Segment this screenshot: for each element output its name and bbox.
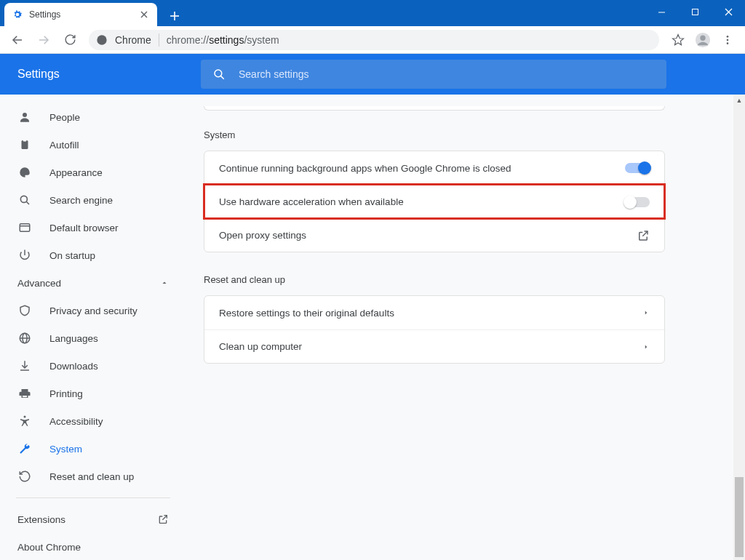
sidebar-item-reset[interactable]: Reset and clean up <box>0 463 186 490</box>
settings-content: System Continue running background apps … <box>186 95 745 560</box>
sidebar-section-advanced[interactable]: Advanced <box>0 269 186 297</box>
wrench-icon <box>17 441 32 456</box>
scrollbar-track[interactable] <box>733 106 745 548</box>
power-icon <box>17 248 32 263</box>
sidebar-item-label: Default browser <box>49 223 119 233</box>
sidebar-item-default-browser[interactable]: Default browser <box>0 214 186 241</box>
site-info-icon[interactable] <box>96 34 108 46</box>
kebab-menu-icon[interactable] <box>716 28 739 52</box>
setting-row-restore-defaults[interactable]: Restore settings to their original defau… <box>204 296 664 329</box>
sidebar-item-label: Privacy and security <box>49 305 138 316</box>
page-title: Settings <box>17 68 60 81</box>
window-maximize-button[interactable] <box>678 0 712 23</box>
window-minimize-button[interactable] <box>645 0 678 23</box>
previous-section-card <box>204 106 665 111</box>
sidebar-item-label: On startup <box>49 250 95 261</box>
sidebar-item-downloads[interactable]: Downloads <box>0 352 186 380</box>
settings-search-input[interactable] <box>239 68 655 80</box>
sidebar-item-label: Autofill <box>49 140 79 151</box>
sidebar-item-label: Printing <box>49 388 83 399</box>
window-close-button[interactable] <box>712 0 745 23</box>
accessibility-icon <box>17 414 32 428</box>
sidebar-item-about[interactable]: About Chrome <box>0 533 186 560</box>
settings-sidebar: People Autofill Appearance Search engine… <box>0 95 186 560</box>
svg-rect-21 <box>23 140 27 142</box>
reload-button[interactable] <box>58 28 81 52</box>
person-icon <box>17 110 32 124</box>
download-icon <box>17 359 32 373</box>
svg-point-15 <box>727 39 729 41</box>
back-button[interactable] <box>6 28 29 52</box>
sidebar-item-label: Downloads <box>49 361 98 372</box>
sidebar-item-extensions[interactable]: Extensions <box>0 505 186 533</box>
svg-point-19 <box>23 113 27 117</box>
settings-header: Settings <box>0 54 745 95</box>
toggle-switch[interactable] <box>625 197 650 207</box>
scrollbar-thumb[interactable] <box>735 477 744 557</box>
sidebar-item-label: System <box>49 444 82 455</box>
sidebar-item-languages[interactable]: Languages <box>0 324 186 352</box>
close-tab-icon[interactable] <box>138 9 150 20</box>
omnibox[interactable]: Chrome chrome://settings/system <box>89 30 659 50</box>
system-settings-card: Continue running background apps when Go… <box>204 151 665 252</box>
scrollbar[interactable]: ▲ ▼ <box>733 95 745 560</box>
setting-row-proxy[interactable]: Open proxy settings <box>204 218 664 252</box>
sidebar-item-autofill[interactable]: Autofill <box>0 131 186 159</box>
svg-point-14 <box>727 36 729 38</box>
svg-marker-11 <box>673 34 684 44</box>
sidebar-item-accessibility[interactable]: Accessibility <box>0 407 186 435</box>
external-link-icon <box>637 229 650 242</box>
omnibox-label: Chrome <box>115 34 151 46</box>
address-bar: Chrome chrome://settings/system <box>0 26 745 54</box>
svg-rect-1 <box>692 9 698 15</box>
setting-label: Open proxy settings <box>219 230 306 241</box>
gear-icon <box>12 9 23 20</box>
sidebar-section-label: Advanced <box>17 278 61 289</box>
svg-point-17 <box>215 70 222 77</box>
setting-label: Restore settings to their original defau… <box>219 308 394 319</box>
sidebar-item-on-startup[interactable]: On startup <box>0 241 186 269</box>
sidebar-item-people[interactable]: People <box>0 103 186 131</box>
section-title-system: System <box>204 129 665 140</box>
new-tab-button[interactable] <box>164 6 185 26</box>
sidebar-item-search-engine[interactable]: Search engine <box>0 186 186 214</box>
browser-tab[interactable]: Settings <box>4 3 157 26</box>
omnibox-url: chrome://settings/system <box>167 34 279 46</box>
sidebar-item-label: About Chrome <box>17 542 81 553</box>
forward-button[interactable] <box>32 28 55 52</box>
sidebar-item-privacy[interactable]: Privacy and security <box>0 297 186 324</box>
reset-card: Restore settings to their original defau… <box>204 295 665 364</box>
sidebar-item-system[interactable]: System <box>0 435 186 463</box>
sidebar-item-label: Appearance <box>49 167 103 178</box>
search-icon <box>212 68 226 81</box>
section-title-reset: Reset and clean up <box>204 274 665 285</box>
setting-row-clean-up[interactable]: Clean up computer <box>204 329 664 363</box>
sidebar-item-printing[interactable]: Printing <box>0 380 186 407</box>
sidebar-item-label: Search engine <box>49 195 113 206</box>
svg-line-18 <box>220 76 223 79</box>
svg-point-22 <box>20 196 27 202</box>
restore-icon <box>17 469 32 484</box>
setting-label: Use hardware acceleration when available <box>219 196 404 207</box>
palette-icon <box>17 165 32 180</box>
sidebar-item-label: Extensions <box>17 514 65 525</box>
svg-line-33 <box>162 516 167 520</box>
print-icon <box>17 386 32 401</box>
svg-point-16 <box>727 42 729 44</box>
setting-row-hardware-accel[interactable]: Use hardware acceleration when available <box>204 185 664 218</box>
settings-search[interactable] <box>201 60 666 89</box>
setting-label: Continue running background apps when Go… <box>219 163 511 174</box>
chevron-right-icon <box>642 342 650 352</box>
scroll-up-icon[interactable]: ▲ <box>733 95 745 106</box>
sidebar-item-appearance[interactable]: Appearance <box>0 159 186 186</box>
sidebar-item-label: People <box>49 112 80 123</box>
profile-avatar-icon[interactable] <box>691 28 714 52</box>
toggle-switch[interactable] <box>625 163 650 173</box>
shield-icon <box>17 303 32 318</box>
svg-line-23 <box>26 201 29 204</box>
setting-row-background-apps[interactable]: Continue running background apps when Go… <box>204 151 664 185</box>
globe-icon <box>17 331 32 345</box>
bookmark-star-icon[interactable] <box>666 28 690 52</box>
separator <box>159 33 159 47</box>
svg-point-13 <box>700 35 705 40</box>
